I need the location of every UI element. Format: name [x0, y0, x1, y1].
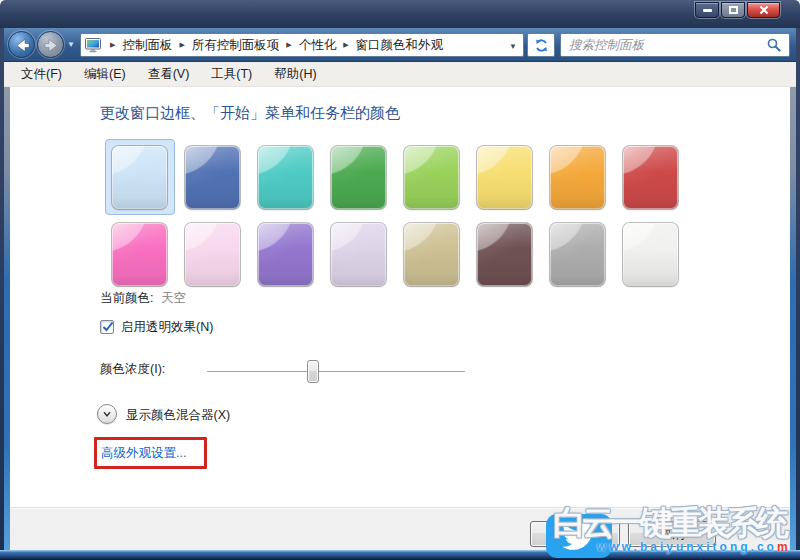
color-swatch-10[interactable]: [258, 223, 313, 286]
forward-arrow-icon: [38, 32, 65, 59]
intensity-label: 颜色浓度(I):: [100, 361, 165, 378]
navigation-bar: ▼ ▶ 控制面板 ▶ 所有控制面板项 ▶ 个性化 ▶ 窗口颜色和外观 ▼: [4, 28, 796, 62]
close-icon: [757, 3, 771, 17]
breadcrumb-separator-icon: ▶: [110, 41, 115, 49]
content-frame-right: [790, 87, 796, 550]
search-icon[interactable]: [767, 38, 781, 52]
refresh-icon: [534, 38, 549, 53]
breadcrumb-all-items[interactable]: 所有控制面板项: [192, 37, 280, 54]
save-changes-button[interactable]: 保存修改: [530, 521, 620, 547]
breadcrumb-control-panel[interactable]: 控制面板: [122, 37, 172, 54]
transparency-checkbox[interactable]: [100, 320, 114, 334]
color-swatch-9[interactable]: [185, 223, 240, 286]
forward-button[interactable]: [37, 31, 64, 58]
window-border-right: [796, 28, 800, 550]
minimize-button[interactable]: [695, 2, 719, 18]
search-box[interactable]: [560, 33, 790, 57]
caption-buttons: [695, 2, 780, 18]
color-swatch-6[interactable]: [550, 146, 605, 209]
menu-view[interactable]: 查看(V): [137, 62, 201, 87]
color-swatch-1[interactable]: [185, 146, 240, 209]
breadcrumb-personalization[interactable]: 个性化: [299, 37, 337, 54]
menu-tools[interactable]: 工具(T): [200, 62, 263, 87]
color-swatch-2[interactable]: [258, 146, 313, 209]
back-button[interactable]: [8, 31, 35, 58]
color-swatch-0[interactable]: [112, 146, 167, 209]
intensity-slider-track[interactable]: [207, 371, 465, 373]
minimize-icon: [703, 9, 712, 12]
color-swatch-4[interactable]: [404, 146, 459, 209]
mixer-label[interactable]: 显示颜色混合器(X): [126, 407, 230, 424]
content-frame-left: [4, 87, 10, 550]
address-bar[interactable]: ▶ 控制面板 ▶ 所有控制面板项 ▶ 个性化 ▶ 窗口颜色和外观 ▼: [80, 33, 524, 57]
address-dropdown-icon[interactable]: ▼: [509, 42, 517, 51]
red-highlight-annotation: [94, 437, 207, 469]
breadcrumb-window-color[interactable]: 窗口颜色和外观: [356, 37, 444, 54]
current-color-value: 天空: [161, 291, 186, 305]
refresh-button[interactable]: [527, 33, 555, 57]
color-swatch-3[interactable]: [331, 146, 386, 209]
color-swatch-11[interactable]: [331, 223, 386, 286]
breadcrumb-separator-icon: ▶: [179, 41, 184, 49]
color-swatch-12[interactable]: [404, 223, 459, 286]
breadcrumb-separator-icon: ▶: [343, 41, 348, 49]
maximize-button[interactable]: [721, 2, 745, 18]
color-swatch-8[interactable]: [112, 223, 167, 286]
window-border-bottom: [0, 550, 800, 560]
chevron-down-icon: [101, 408, 113, 420]
menu-edit[interactable]: 编辑(E): [73, 62, 137, 87]
checkmark-icon: [101, 320, 115, 334]
back-arrow-icon: [9, 32, 36, 59]
window-color-appearance-window: ▼ ▶ 控制面板 ▶ 所有控制面板项 ▶ 个性化 ▶ 窗口颜色和外观 ▼: [0, 0, 800, 560]
breadcrumb-separator-icon: ▶: [286, 41, 291, 49]
menu-file[interactable]: 文件(F): [10, 62, 73, 87]
color-swatch-7[interactable]: [623, 146, 678, 209]
menu-bar: 文件(F) 编辑(E) 查看(V) 工具(T) 帮助(H): [4, 62, 796, 87]
personalization-icon: [85, 38, 101, 53]
cancel-button[interactable]: 取消: [628, 521, 716, 547]
title-bar: [0, 0, 800, 28]
mixer-expander-button[interactable]: [97, 404, 117, 424]
color-swatch-14[interactable]: [550, 223, 605, 286]
current-color-label: 当前颜色:: [100, 291, 153, 305]
maximize-icon: [729, 6, 738, 14]
menu-help[interactable]: 帮助(H): [263, 62, 327, 87]
recent-pages-chevron-icon[interactable]: ▼: [67, 40, 75, 49]
current-color-row: 当前颜色: 天空: [100, 290, 186, 307]
color-swatch-5[interactable]: [477, 146, 532, 209]
page-title: 更改窗口边框、「开始」菜单和任务栏的颜色: [100, 104, 400, 123]
color-swatch-15[interactable]: [623, 223, 678, 286]
close-button[interactable]: [747, 2, 780, 18]
intensity-slider-thumb[interactable]: [307, 360, 319, 383]
search-input[interactable]: [569, 38, 767, 52]
transparency-label[interactable]: 启用透明效果(N): [121, 319, 213, 336]
color-swatch-13[interactable]: [477, 223, 532, 286]
